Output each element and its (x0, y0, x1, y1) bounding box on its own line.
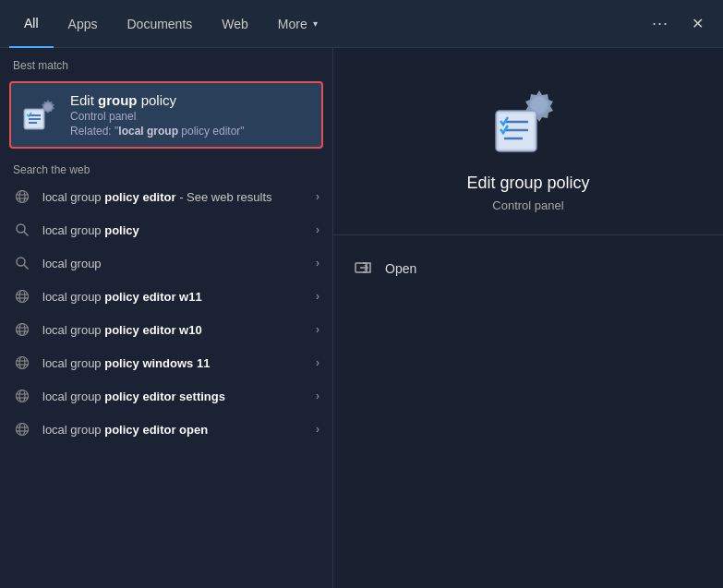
search-item-text: local group policy windows 11 (42, 356, 305, 370)
chevron-right-icon: › (316, 257, 319, 270)
web-section-label: Search the web (0, 156, 332, 180)
svg-point-31 (19, 424, 25, 436)
chevron-right-icon: › (316, 190, 319, 203)
web-search-icon (13, 320, 31, 339)
svg-point-10 (17, 224, 25, 233)
best-match-label: Best match (0, 48, 332, 78)
chevron-right-icon: › (316, 290, 319, 303)
app-icon (22, 96, 59, 133)
list-item[interactable]: local group policy editor w10 › (0, 313, 332, 346)
gear-checklist-large-icon (491, 85, 565, 159)
search-item-text: local group policy editor open (42, 423, 305, 437)
gear-checklist-icon (22, 96, 59, 133)
tab-web[interactable]: Web (207, 0, 263, 48)
search-item-text: local group policy editor w11 (42, 290, 305, 304)
svg-point-12 (17, 258, 25, 266)
best-match-text: Edit group policy Control panel Related:… (70, 92, 310, 138)
main-content: Best match (0, 48, 723, 588)
svg-point-27 (19, 390, 25, 402)
search-icon (13, 254, 31, 272)
list-item[interactable]: local group policy › (0, 213, 332, 246)
open-action-label: Open (385, 261, 416, 276)
tab-more[interactable]: More ▾ (263, 0, 332, 48)
svg-point-22 (17, 357, 29, 369)
tab-apps[interactable]: Apps (54, 0, 113, 48)
svg-point-23 (19, 357, 25, 369)
svg-point-6 (17, 191, 29, 203)
best-match-subtitle: Control panel (70, 110, 310, 123)
web-search-icon (13, 420, 31, 438)
search-icon (13, 221, 31, 239)
list-item[interactable]: local group policy editor - See web resu… (0, 180, 332, 213)
open-icon (352, 258, 374, 280)
svg-point-26 (17, 390, 29, 402)
best-match-related: Related: "local group policy editor" (70, 125, 310, 138)
right-panel: Edit group policy Control panel Open (332, 48, 723, 588)
open-action[interactable]: Open (333, 250, 723, 287)
best-match-item[interactable]: Edit group policy Control panel Related:… (9, 81, 323, 149)
list-item[interactable]: local group policy editor w11 › (0, 280, 332, 313)
svg-line-13 (24, 265, 29, 270)
more-options-button[interactable]: ··· (644, 7, 677, 41)
tab-documents[interactable]: Documents (112, 0, 207, 48)
web-search-icon (13, 187, 31, 206)
list-item[interactable]: local group policy editor settings › (0, 379, 332, 413)
nav-bar: All Apps Documents Web More ▾ ··· ✕ (0, 0, 723, 48)
search-item-text: local group policy editor w10 (42, 323, 305, 337)
search-item-text: local group policy editor - See web resu… (42, 190, 305, 204)
tab-all[interactable]: All (9, 0, 54, 48)
search-item-text: local group (42, 257, 305, 270)
list-item[interactable]: local group › (0, 246, 332, 280)
more-dropdown-icon: ▾ (313, 18, 318, 29)
app-detail-icon (491, 85, 565, 159)
svg-point-7 (19, 191, 25, 203)
svg-point-15 (19, 291, 25, 303)
chevron-right-icon: › (316, 356, 319, 369)
web-search-icon (13, 387, 31, 405)
svg-point-30 (17, 424, 29, 436)
web-search-icon (13, 287, 31, 306)
search-item-text: local group policy (42, 223, 305, 237)
chevron-right-icon: › (316, 423, 319, 436)
svg-point-14 (17, 291, 29, 303)
list-item[interactable]: local group policy editor open › (0, 413, 332, 446)
app-detail-subtitle: Control panel (492, 198, 563, 212)
search-item-text: local group policy editor settings (42, 390, 305, 403)
chevron-right-icon: › (316, 323, 319, 336)
chevron-right-icon: › (316, 390, 319, 402)
divider (333, 234, 723, 235)
svg-point-19 (19, 324, 25, 336)
close-button[interactable]: ✕ (681, 7, 714, 41)
best-match-title: Edit group policy (70, 92, 310, 108)
list-item[interactable]: local group policy windows 11 › (0, 346, 332, 379)
app-detail-title: Edit group policy (466, 174, 589, 193)
web-search-icon (13, 354, 31, 372)
left-panel: Best match (0, 48, 332, 588)
svg-point-18 (17, 324, 29, 336)
chevron-right-icon: › (316, 223, 319, 236)
svg-line-11 (24, 232, 29, 236)
